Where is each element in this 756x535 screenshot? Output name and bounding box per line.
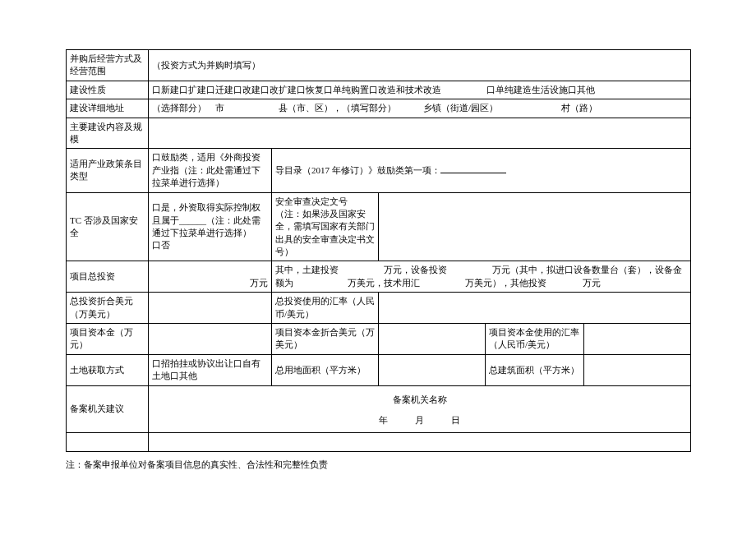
row-total-usd: 总投资折合美元（万美元） 总投资使用的汇率（人民币/美元） bbox=[67, 293, 691, 324]
row-national-security: TC 否涉及国家安全 口是，外资取得实际控制权且属于______（注：此处需通过… bbox=[67, 192, 691, 261]
value-construction-nature: 口新建口扩建口迁建口改建口改扩建口恢复口单纯购置口改造和技术改造 口单纯建造生活… bbox=[149, 81, 691, 99]
value-national-security-1: 口是，外资取得实际控制权且属于______（注：此处需通过下拉菜单进行选择） 口… bbox=[149, 192, 272, 261]
blank-value bbox=[149, 433, 691, 451]
label-capital: 项目资本金（万元） bbox=[67, 324, 149, 355]
blank-underline bbox=[440, 165, 506, 173]
row-construction-nature: 建设性质 口新建口扩建口迁建口改建口改扩建口恢复口单纯购置口改造和技术改造 口单… bbox=[67, 81, 691, 99]
label-address: 建设详细地址 bbox=[67, 99, 149, 118]
label-total-investment: 项目总投资 bbox=[67, 261, 149, 293]
row-industry-policy: 适用产业政策条目类型 口鼓励类，适用《外商投资产业指（注：此处需通过下拉菜单进行… bbox=[67, 149, 691, 192]
filing-authority-name: 备案机关名称 bbox=[152, 389, 687, 411]
value-main-content bbox=[149, 118, 691, 149]
label-land: 土地获取方式 bbox=[67, 354, 149, 385]
row-filing-authority: 备案机关建议 备案机关名称 年 月 日 bbox=[67, 385, 691, 433]
footnote: 注：备案申报单位对备案项目信息的真实性、合法性和完整性负责 bbox=[66, 459, 690, 471]
value-capital-rate bbox=[584, 324, 691, 355]
label-construction-nature: 建设性质 bbox=[67, 81, 149, 99]
label-industry-policy: 适用产业政策条目类型 bbox=[67, 149, 149, 192]
row-address: 建设详细地址 （选择部分） 市 县（市、区），（填写部分） 乡镇（街道/园区） … bbox=[67, 99, 691, 118]
row-main-content: 主要建设内容及规模 bbox=[67, 118, 691, 149]
value-national-security-2: 安全审查决定文号 （注：如果涉及国家安全，需填写国家有关部门出具的安全审查决定书… bbox=[272, 192, 379, 261]
value-merger-scope: （投资方式为并购时填写） bbox=[149, 50, 691, 81]
value-national-security-3 bbox=[379, 192, 691, 261]
form-table: 并购后经营方式及经营范围 （投资方式为并购时填写） 建设性质 口新建口扩建口迁建… bbox=[66, 49, 691, 452]
value-capital-usd bbox=[379, 324, 486, 355]
value-total-investment-2: 其中，土建投资 万元，设备投资 万元（其中，拟进口设备数量台（套），设备金额为 … bbox=[272, 261, 691, 293]
value-building-area bbox=[584, 354, 691, 385]
text-industry-policy-2: 导目录（2017 年修订）》鼓励类第一项： bbox=[275, 165, 440, 175]
label-filing-authority: 备案机关建议 bbox=[67, 385, 149, 433]
value-total-usd-rate bbox=[379, 293, 691, 324]
row-land: 土地获取方式 口招拍挂或协议出让口自有土地口其他 总用地面积（平方米） 总建筑面… bbox=[67, 354, 691, 385]
value-total-investment-1: 万元 bbox=[149, 261, 272, 293]
value-total-usd-1 bbox=[149, 293, 272, 324]
label-capital-rate: 项目资本金使用的汇率（人民币/美元） bbox=[486, 324, 584, 355]
filing-date: 年 月 日 bbox=[152, 411, 687, 430]
row-merger-scope: 并购后经营方式及经营范围 （投资方式为并购时填写） bbox=[67, 50, 691, 81]
value-land-area bbox=[379, 354, 486, 385]
value-address: （选择部分） 市 县（市、区），（填写部分） 乡镇（街道/园区） 村（路） bbox=[149, 99, 691, 118]
label-main-content: 主要建设内容及规模 bbox=[67, 118, 149, 149]
value-filing-authority: 备案机关名称 年 月 日 bbox=[149, 385, 691, 433]
value-land-method: 口招拍挂或协议出让口自有土地口其他 bbox=[149, 354, 272, 385]
row-capital: 项目资本金（万元） 项目资本金折合美元（万美元） 项目资本金使用的汇率（人民币/… bbox=[67, 324, 691, 355]
value-capital-1 bbox=[149, 324, 272, 355]
label-total-usd-rate: 总投资使用的汇率（人民币/美元） bbox=[272, 293, 379, 324]
row-total-investment: 项目总投资 万元 其中，土建投资 万元，设备投资 万元（其中，拟进口设备数量台（… bbox=[67, 261, 691, 293]
value-industry-policy-2: 导目录（2017 年修订）》鼓励类第一项： bbox=[272, 149, 691, 192]
blank-label bbox=[67, 433, 149, 451]
label-national-security: TC 否涉及国家安全 bbox=[67, 192, 149, 261]
value-industry-policy-1: 口鼓励类，适用《外商投资产业指（注：此处需通过下拉菜单进行选择） bbox=[149, 149, 272, 192]
row-blank bbox=[67, 433, 691, 451]
label-total-usd: 总投资折合美元（万美元） bbox=[67, 293, 149, 324]
label-merger-scope: 并购后经营方式及经营范围 bbox=[67, 50, 149, 81]
label-building-area: 总建筑面积（平方米） bbox=[486, 354, 584, 385]
label-capital-usd: 项目资本金折合美元（万美元） bbox=[272, 324, 379, 355]
label-land-area: 总用地面积（平方米） bbox=[272, 354, 379, 385]
